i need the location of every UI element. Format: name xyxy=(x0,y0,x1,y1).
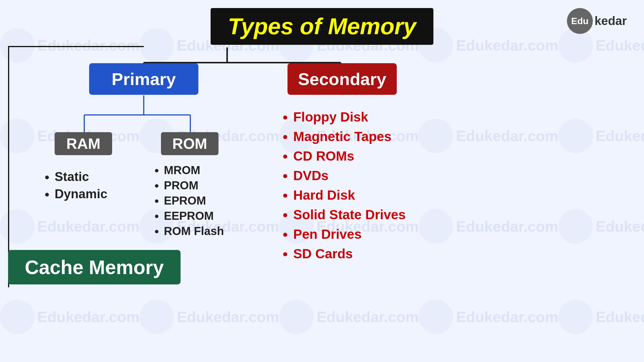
rom-item-eprom: EPROM xyxy=(164,194,224,207)
rom-item-mrom: MROM xyxy=(164,164,224,177)
title-box: Types of Memory xyxy=(211,8,434,45)
ram-box: RAM xyxy=(55,132,112,155)
left-border-top-line xyxy=(8,46,144,47)
ram-item-dynamic: Dynamic xyxy=(55,187,107,201)
ram-items-list: Static Dynamic xyxy=(43,170,107,204)
rom-item-prom: PROM xyxy=(164,179,224,192)
secondary-label: Secondary xyxy=(298,69,386,89)
ram-list: Static Dynamic xyxy=(43,170,107,201)
logo-text: kedar xyxy=(595,14,627,28)
secondary-item-sd: SD Cards xyxy=(293,246,406,261)
secondary-item-ssd: Solid State Drives xyxy=(293,207,406,222)
page-title: Types of Memory xyxy=(228,14,416,39)
logo-circle: Edu xyxy=(567,8,593,34)
rom-item-flash: ROM Flash xyxy=(164,225,224,238)
secondary-item-pen: Pen Drives xyxy=(293,226,406,242)
secondary-item-magnetic: Magnetic Tapes xyxy=(293,129,406,144)
cache-label: Cache Memory xyxy=(25,256,164,278)
secondary-list: Floppy Disk Magnetic Tapes CD ROMs DVDs … xyxy=(282,109,406,261)
rom-label: ROM xyxy=(172,135,207,152)
secondary-items-list: Floppy Disk Magnetic Tapes CD ROMs DVDs … xyxy=(282,109,406,265)
secondary-box: Secondary xyxy=(288,63,397,95)
primary-label: Primary xyxy=(112,69,176,89)
rom-item-eeprom: EEPROM xyxy=(164,209,224,222)
logo-circle-text: Edu xyxy=(571,16,589,26)
secondary-item-hdd: Hard Disk xyxy=(293,187,406,203)
secondary-item-cd: CD ROMs xyxy=(293,148,406,164)
secondary-item-floppy: Floppy Disk xyxy=(293,109,406,125)
secondary-item-dvd: DVDs xyxy=(293,168,406,183)
ram-label: RAM xyxy=(66,135,100,152)
primary-box: Primary xyxy=(89,63,198,95)
ram-item-static: Static xyxy=(55,170,107,184)
rom-box: ROM xyxy=(161,132,218,155)
rom-items-list: MROM PROM EPROM EEPROM ROM Flash xyxy=(152,164,224,240)
rom-list: MROM PROM EPROM EEPROM ROM Flash xyxy=(152,164,224,238)
logo: Edu kedar xyxy=(567,8,627,34)
cache-memory-box: Cache Memory xyxy=(8,250,181,284)
